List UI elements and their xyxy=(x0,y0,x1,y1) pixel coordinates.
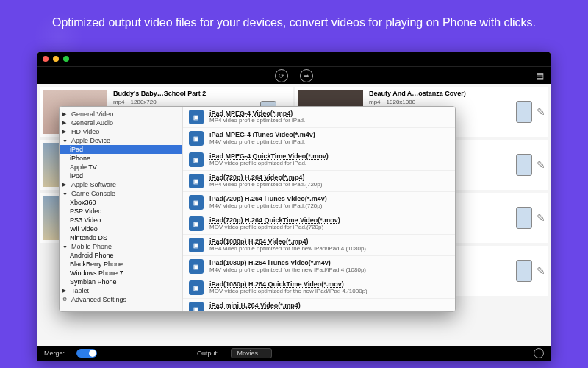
profile-icon: ▣ xyxy=(189,238,204,252)
profile-desc: M4V video profile optimized for iPad. xyxy=(209,138,315,145)
profile-name: iPad(720p) H.264 iTunes Video(*.m4v) xyxy=(209,195,327,202)
sidebar-item[interactable]: Android Phone xyxy=(60,251,182,260)
device-icon[interactable] xyxy=(516,260,532,282)
profile-desc: MOV video profile optimized for iPad.(72… xyxy=(209,224,340,230)
profile-item[interactable]: ▣iPad(720p) H.264 QuickTime Video(*.mov)… xyxy=(183,213,455,235)
profile-list[interactable]: ▣iPad MPEG-4 Video(*.mp4)MP4 video profi… xyxy=(183,107,455,311)
profile-desc: MP4 video profile optimized for iPad.(72… xyxy=(209,181,322,188)
sidebar-item[interactable]: Wii Video xyxy=(60,224,182,233)
profile-icon: ▣ xyxy=(189,195,204,210)
device-icon[interactable] xyxy=(516,101,532,123)
sidebar-group[interactable]: ▶General Video xyxy=(60,110,182,118)
sidebar-item[interactable]: Apple TV xyxy=(60,163,182,171)
profile-icon: ▣ xyxy=(189,302,204,311)
profile-item[interactable]: ▣iPad MPEG-4 iTunes Video(*.m4v)M4V vide… xyxy=(183,128,455,149)
convert-icon[interactable]: ⟳ xyxy=(275,69,288,82)
profile-icon: ▣ xyxy=(189,152,204,167)
sidebar-group[interactable]: ▶HD Video xyxy=(60,127,182,136)
profile-desc: MOV video profile optimized for the new … xyxy=(209,288,368,294)
output-select[interactable]: Movies xyxy=(231,348,273,358)
profile-desc: MP4 video profile optimized for iPad. xyxy=(209,117,305,124)
profile-desc: MOV video profile optimized for iPad. xyxy=(209,160,329,166)
bottombar: Merge: Output: Movies xyxy=(37,346,551,361)
profile-name: iPad(1080p) H.264 QuickTime Video(*.mov) xyxy=(209,280,368,288)
profile-icon: ▣ xyxy=(189,174,204,188)
video-title: Beauty And A…ostanza Cover) xyxy=(369,90,510,97)
profile-popup: ▶General Video▶General Audio▶HD Video▼Ap… xyxy=(59,106,456,312)
profile-desc: M4V video profile optimized for iPad.(72… xyxy=(209,202,327,209)
profile-name: iPad MPEG-4 iTunes Video(*.m4v) xyxy=(209,131,315,138)
edit-icon[interactable]: ✎ xyxy=(537,106,545,118)
profile-name: iPad(720p) H.264 Video(*.mp4) xyxy=(209,174,322,181)
sidebar-item[interactable]: Windows Phone 7 xyxy=(60,269,182,277)
promo-headline: Optimized output video files for your de… xyxy=(0,0,588,44)
merge-toggle[interactable] xyxy=(76,349,97,358)
sidebar-item[interactable]: iPad xyxy=(60,145,182,154)
profile-desc: MP4 video profile optimized for the iPad… xyxy=(209,309,348,311)
sidebar-item[interactable]: Nintendo DS xyxy=(60,233,182,242)
layout-toggle-icon[interactable]: ▤ xyxy=(536,71,544,81)
edit-icon[interactable]: ✎ xyxy=(537,159,545,171)
profile-name: iPad MPEG-4 Video(*.mp4) xyxy=(209,110,305,117)
category-sidebar[interactable]: ▶General Video▶General Audio▶HD Video▼Ap… xyxy=(60,107,183,311)
profile-icon: ▣ xyxy=(189,259,204,274)
profile-name: iPad mini H.264 Video(*.mp4) xyxy=(209,302,348,309)
device-icon[interactable] xyxy=(516,207,532,229)
sidebar-group[interactable]: ▼Apple Device xyxy=(60,136,182,145)
sidebar-group[interactable]: ▶Tablet xyxy=(60,286,182,295)
minimize-icon[interactable] xyxy=(53,56,59,62)
profile-item[interactable]: ▣iPad(1080p) H.264 QuickTime Video(*.mov… xyxy=(183,277,455,299)
sidebar-group[interactable]: ▶General Audio xyxy=(60,118,182,127)
profile-item[interactable]: ▣iPad mini H.264 Video(*.mp4)MP4 video p… xyxy=(183,299,455,311)
output-label: Output: xyxy=(197,350,219,357)
sidebar-item[interactable]: iPhone xyxy=(60,154,182,163)
edit-icon[interactable]: ✎ xyxy=(537,212,545,224)
sidebar-item[interactable]: Xbox360 xyxy=(60,198,182,207)
toolbar: ⟳ ➦ ▤ xyxy=(37,66,551,84)
sidebar-group[interactable]: ▼Game Console xyxy=(60,189,182,198)
app-window: ⟳ ➦ ▤ Buddy's Baby…School Part 2 mp41280… xyxy=(37,52,551,361)
sidebar-item[interactable]: BlackBerry Phone xyxy=(60,260,182,269)
video-title: Buddy's Baby…School Part 2 xyxy=(113,90,254,97)
content-area: Buddy's Baby…School Part 2 mp41280x720 0… xyxy=(37,84,551,346)
profile-item[interactable]: ▣iPad(720p) H.264 Video(*.mp4)MP4 video … xyxy=(183,171,455,192)
share-icon[interactable]: ➦ xyxy=(300,69,313,82)
sidebar-group[interactable]: ▼Mobile Phone xyxy=(60,242,182,251)
advanced-settings[interactable]: ⚙Advanced Settings xyxy=(60,295,182,304)
zoom-icon[interactable] xyxy=(63,56,69,62)
profile-name: iPad(1080p) H.264 Video(*.mp4) xyxy=(209,238,366,245)
profile-icon: ▣ xyxy=(189,216,204,231)
action-icon[interactable] xyxy=(534,348,544,358)
profile-icon: ▣ xyxy=(189,280,204,295)
sidebar-item[interactable]: PS3 Video xyxy=(60,216,182,224)
profile-desc: M4V video profile optimized for the new … xyxy=(209,266,366,273)
profile-desc: MP4 video profile optimized for the new … xyxy=(209,245,366,252)
profile-item[interactable]: ▣iPad MPEG-4 Video(*.mp4)MP4 video profi… xyxy=(183,107,455,128)
profile-name: iPad(1080p) H.264 iTunes Video(*.m4v) xyxy=(209,259,366,266)
profile-icon: ▣ xyxy=(189,131,204,146)
edit-icon[interactable]: ✎ xyxy=(537,265,545,277)
profile-icon: ▣ xyxy=(189,110,204,124)
profile-name: iPad(720p) H.264 QuickTime Video(*.mov) xyxy=(209,216,340,224)
profile-name: iPad MPEG-4 QuickTime Video(*.mov) xyxy=(209,152,329,160)
close-icon[interactable] xyxy=(43,56,49,62)
sidebar-item[interactable]: iPod xyxy=(60,171,182,180)
profile-item[interactable]: ▣iPad MPEG-4 QuickTime Video(*.mov)MOV v… xyxy=(183,149,455,171)
sidebar-item[interactable]: Symbian Phone xyxy=(60,277,182,286)
profile-item[interactable]: ▣iPad(1080p) H.264 iTunes Video(*.m4v)M4… xyxy=(183,256,455,277)
titlebar xyxy=(37,52,551,66)
sidebar-item[interactable]: PSP Video xyxy=(60,207,182,216)
merge-label: Merge: xyxy=(44,350,65,357)
sidebar-group[interactable]: ▶Apple Software xyxy=(60,180,182,189)
profile-item[interactable]: ▣iPad(1080p) H.264 Video(*.mp4)MP4 video… xyxy=(183,235,455,256)
device-icon[interactable] xyxy=(516,154,532,176)
profile-item[interactable]: ▣iPad(720p) H.264 iTunes Video(*.m4v)M4V… xyxy=(183,192,455,213)
